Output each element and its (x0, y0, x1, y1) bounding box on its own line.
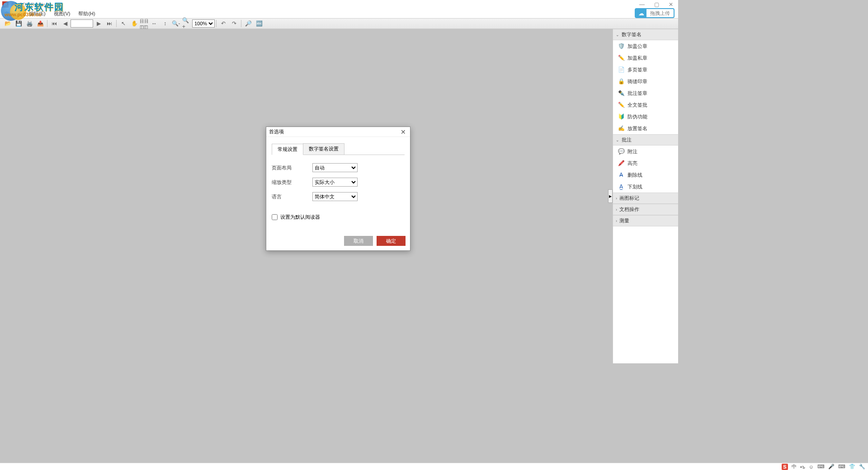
search-button[interactable]: 🔎 (244, 19, 253, 28)
zoom-out-button[interactable]: 🔍- (171, 19, 180, 28)
zoom-in-button[interactable]: 🔍+ (182, 19, 191, 28)
panel-header[interactable]: ›文档操作 (613, 204, 678, 215)
panel-header[interactable]: ›测量 (613, 215, 678, 226)
drag-upload-button[interactable]: ☁ 拖拽上传 (635, 8, 675, 18)
ok-button[interactable]: 确定 (377, 236, 406, 246)
panel-item[interactable]: 🔰防伪功能 (613, 111, 678, 122)
panel-header-label: 画图标记 (619, 195, 639, 202)
menu-bar: 文件(F) 编辑(E) 视图(V) 帮助(H) (0, 9, 678, 18)
language-select[interactable]: 简体中文 (312, 192, 358, 201)
panel-item-icon: A̲ (618, 183, 625, 190)
panel-item-label: 批注签章 (627, 90, 647, 97)
panel-item-icon: ✍️ (618, 125, 625, 132)
preferences-dialog: 首选项 ✕ 常规设置 数字签名设置 页面布局 自动 缩放类型 实际大小 语言 简… (266, 127, 410, 251)
panel-item-icon: 🖍️ (618, 160, 625, 167)
zoomtype-select[interactable]: 实际大小 (312, 178, 358, 187)
layout-label: 页面布局 (272, 164, 312, 171)
menu-file[interactable]: 文件(F) (5, 10, 21, 17)
layout-select[interactable]: 自动 (312, 163, 358, 172)
tab-signature[interactable]: 数字签名设置 (303, 143, 344, 155)
panel-item-label: 加盖私章 (627, 55, 647, 61)
panel-header-label: 测量 (619, 217, 629, 224)
maximize-button[interactable]: ▢ (649, 1, 664, 8)
panel-item[interactable]: ✏️全文签批 (613, 99, 678, 111)
panel-item[interactable]: A̶删除线 (613, 169, 678, 181)
panel-header-label: 批注 (622, 136, 632, 143)
panel-item-icon: ✏️ (618, 101, 625, 108)
panel-item-icon: ✒️ (618, 89, 625, 97)
panel-item-icon: 🔰 (618, 113, 625, 120)
panel-item-icon: 💬 (618, 148, 625, 155)
panel-item-label: 多页签章 (627, 66, 647, 73)
panel-item-label: 放置签名 (627, 125, 647, 132)
panel-item[interactable]: ✒️批注签章 (613, 87, 678, 99)
last-page-button[interactable]: ⏭ (105, 19, 114, 28)
app-title: AnyPDF Reader (11, 2, 47, 7)
panel-item-label: 加盖公章 (627, 43, 647, 50)
first-page-button[interactable]: ⏮ (50, 19, 59, 28)
panel-item-label: 删除线 (627, 172, 642, 179)
panel-item-icon: A̶ (618, 171, 625, 179)
panel-header-label: 数字签名 (622, 31, 642, 38)
prev-page-button[interactable]: ◀ (61, 19, 70, 28)
rotate-right-button[interactable]: ↷ (230, 19, 239, 28)
panel-item[interactable]: ✍️放置签名 (613, 122, 678, 134)
export-button[interactable]: 📤 (36, 19, 45, 28)
panel-item-label: 全文签批 (627, 102, 647, 108)
panel-item[interactable]: 🛡️加盖公章 (613, 40, 678, 52)
open-button[interactable]: 📂 (3, 19, 12, 28)
app-icon: P (2, 1, 9, 8)
panel-item-icon: ✏️ (618, 54, 625, 61)
menu-help[interactable]: 帮助(H) (78, 10, 95, 17)
panel-item-label: 下划线 (627, 183, 642, 190)
default-reader-label: 设置为默认阅读器 (280, 214, 320, 221)
panel-item[interactable]: A̲下划线 (613, 181, 678, 193)
panel-item-label: 骑缝印章 (627, 78, 647, 85)
panel-item[interactable]: 🔒骑缝印章 (613, 75, 678, 87)
next-page-button[interactable]: ▶ (94, 19, 103, 28)
panel-header[interactable]: ›画图标记 (613, 193, 678, 204)
dialog-close-button[interactable]: ✕ (399, 128, 407, 136)
panel-header[interactable]: ⌄数字签名 (613, 29, 678, 40)
panel-item-label: 高亮 (627, 160, 637, 167)
cancel-button[interactable]: 取消 (344, 236, 373, 246)
save-button[interactable]: 💾 (14, 19, 23, 28)
panel-item[interactable]: ✏️加盖私章 (613, 52, 678, 64)
pointer-tool[interactable]: ↖ (119, 19, 128, 28)
hand-tool[interactable]: ✋ (130, 19, 139, 28)
menu-edit[interactable]: 编辑(E) (29, 10, 46, 17)
default-reader-checkbox[interactable] (272, 214, 278, 220)
tab-general[interactable]: 常规设置 (272, 144, 303, 155)
panel-item-label: 防伪功能 (627, 113, 647, 120)
menu-view[interactable]: 视图(V) (54, 10, 71, 17)
panel-item-label: 附注 (627, 148, 637, 155)
panel-header-label: 文档操作 (619, 206, 639, 213)
cloud-icon: ☁ (636, 9, 646, 17)
panel-item-icon: 🔒 (618, 78, 625, 85)
rotate-left-button[interactable]: ↶ (219, 19, 228, 28)
zoomtype-label: 缩放类型 (272, 179, 312, 186)
language-label: 语言 (272, 193, 312, 200)
close-window-button[interactable]: ✕ (664, 1, 678, 8)
panel-item-icon: 🛡️ (618, 42, 625, 50)
title-bar: P AnyPDF Reader — ▢ ✕ (0, 0, 678, 9)
fit-height-button[interactable]: ↕ (160, 19, 170, 28)
options-button[interactable]: 目目◫◫ (140, 19, 149, 28)
toolbar: 📂 💾 🖨️ 📤 ⏮ ◀ ▶ ⏭ ↖ ✋ 目目◫◫ ↔ ↕ 🔍- 🔍+ 100%… (0, 18, 678, 29)
fit-width-button[interactable]: ↔ (150, 19, 159, 28)
panel-item[interactable]: 💬附注 (613, 146, 678, 157)
panel-item-icon: 📄 (618, 66, 625, 73)
collapse-right-panel[interactable]: ▶ (608, 189, 613, 203)
right-panel: ⌄数字签名🛡️加盖公章✏️加盖私章📄多页签章🔒骑缝印章✒️批注签章✏️全文签批🔰… (613, 29, 678, 363)
text-select-button[interactable]: 🔤 (255, 19, 264, 28)
panel-item[interactable]: 📄多页签章 (613, 64, 678, 75)
page-input[interactable] (71, 19, 93, 28)
panel-header[interactable]: ⌄批注 (613, 134, 678, 146)
print-button[interactable]: 🖨️ (25, 19, 34, 28)
dialog-title: 首选项 (269, 128, 284, 135)
minimize-button[interactable]: — (635, 1, 649, 8)
panel-item[interactable]: 🖍️高亮 (613, 157, 678, 169)
zoom-select[interactable]: 100% (192, 19, 215, 28)
